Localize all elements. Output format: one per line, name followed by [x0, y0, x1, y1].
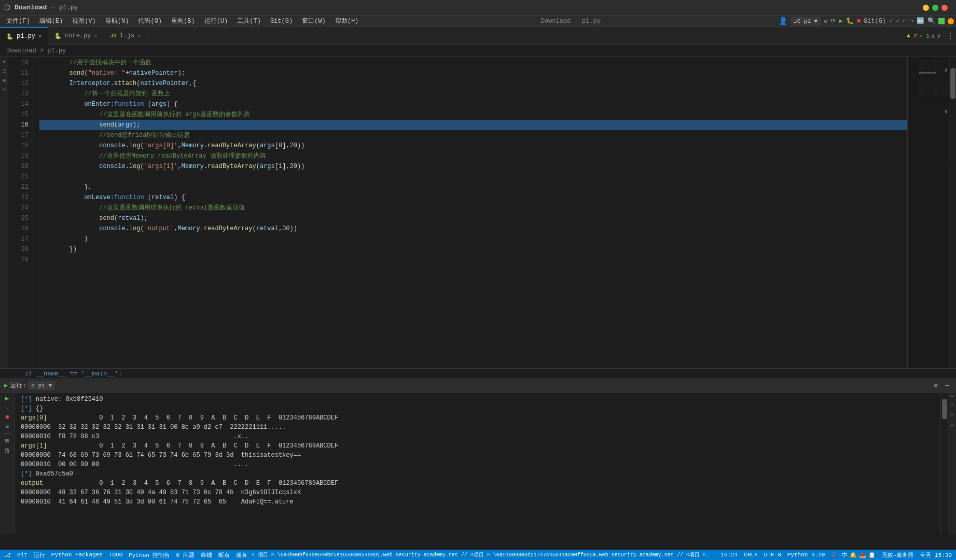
- toolbar-branch[interactable]: ⎇ p1 ▼: [791, 17, 821, 25]
- minimize-button[interactable]: [923, 5, 929, 11]
- corepy-file-icon: 🐍: [54, 33, 62, 39]
- bottom-tool-print-icon[interactable]: ⊠: [5, 437, 9, 445]
- activity-icon-2[interactable]: ☰: [2, 68, 7, 74]
- nav-up-icon[interactable]: ∧: [932, 33, 935, 39]
- scrollbar-thumb[interactable]: [950, 68, 955, 99]
- minimap-scroll-up[interactable]: ∧: [945, 67, 948, 73]
- toolbar-update-icon[interactable]: ⟳: [830, 17, 836, 25]
- bottom-tool-stop-icon[interactable]: ■: [5, 414, 9, 421]
- tab-p1py[interactable]: 🐍 p1.py ✕: [0, 27, 48, 45]
- nav-down-icon[interactable]: ∨: [937, 33, 940, 39]
- statusbar-python-packages[interactable]: Python Packages: [51, 552, 103, 558]
- line-num-24: 24: [8, 203, 29, 213]
- statusbar-git-icon[interactable]: ⎇: [4, 552, 11, 558]
- statusbar-run[interactable]: 运行: [34, 551, 45, 559]
- toolbar-git-icon[interactable]: Git(G): [864, 18, 886, 25]
- close-button[interactable]: [941, 5, 948, 11]
- menu-window[interactable]: 窗口(W): [298, 16, 330, 26]
- line-num-17: 17: [8, 130, 29, 141]
- minimap-scroll-bar[interactable]: —: [945, 160, 948, 166]
- line-num-21: 21: [8, 172, 29, 182]
- statusbar-breakpoints[interactable]: 断点: [218, 551, 230, 559]
- statusbar-breadcrumb: < 项目 > \0a4b00bf04de640bc5e1659c00240091…: [247, 551, 715, 558]
- right-panel-icon-4[interactable]: ◎: [950, 422, 953, 428]
- statusbar-todo[interactable]: TODO: [109, 552, 122, 558]
- run-panel-name[interactable]: ⊙ p1 ▼: [28, 381, 55, 390]
- tab-p1py-close[interactable]: ✕: [38, 33, 41, 39]
- output-line-5: 00000010 f8 78 88 c3 .x..: [21, 432, 934, 441]
- menu-view[interactable]: 视图(V): [68, 16, 100, 26]
- activity-icon-4[interactable]: ⊙: [3, 87, 6, 93]
- code-line-29: [39, 255, 907, 265]
- bottom-tool-list-icon[interactable]: ≡: [5, 423, 9, 430]
- toolbar-refresh-icon[interactable]: ↺: [824, 17, 827, 25]
- editor-and-panel: ◈ ☰ ◉ ⊙ 10 11 12 13 14 15 16 17 18 19 20…: [0, 57, 956, 534]
- code-content[interactable]: //用于查找模块中的一个函数 send("native: "+nativePoi…: [33, 57, 907, 368]
- menu-edit[interactable]: 编辑(E): [35, 16, 67, 26]
- minimap-scroll-down[interactable]: ∨: [945, 108, 948, 115]
- tab-corepy[interactable]: 🐍 core.py ✕: [48, 27, 104, 45]
- menu-run[interactable]: 运行(U): [200, 16, 232, 26]
- toolbar-redo-icon[interactable]: ↪: [910, 17, 913, 25]
- title-center: Download - p1.py: [364, 18, 778, 25]
- statusbar-services[interactable]: 服务: [236, 551, 247, 559]
- activity-icon-3[interactable]: ◉: [3, 77, 6, 83]
- statusbar-line-col[interactable]: 16:24: [721, 552, 738, 558]
- statusbar-time: 今天 15:30: [920, 551, 952, 559]
- run-panel-settings-icon[interactable]: ⚙: [931, 381, 940, 390]
- statusbar-utf8[interactable]: UTF-8: [764, 552, 781, 558]
- menu-refactor[interactable]: 重构(B): [167, 16, 199, 26]
- toolbar-run-icon[interactable]: ▶: [839, 17, 842, 25]
- statusbar-python-version[interactable]: Python 3.10: [787, 552, 825, 558]
- toolbar-translate-icon[interactable]: 🔤: [917, 17, 924, 25]
- output-scrollbar-thumb[interactable]: [942, 399, 947, 419]
- tab-1js-label: 1.js: [120, 32, 135, 39]
- toolbar-debug-icon[interactable]: 🐛: [846, 17, 854, 25]
- statusbar-python-control[interactable]: Python 控制台: [129, 551, 170, 559]
- menu-code[interactable]: 代码(O): [134, 16, 166, 26]
- statusbar-icon-1[interactable]: 中: [842, 551, 848, 559]
- right-panel-icon-1[interactable]: ❯: [949, 395, 955, 398]
- right-panel-icon-3[interactable]: ⊙: [950, 412, 953, 418]
- toolbar-check2-icon[interactable]: ✓: [896, 17, 899, 25]
- statusbar-icon-4[interactable]: 📋: [868, 552, 876, 558]
- toolbar-search-icon[interactable]: 🔍: [927, 17, 935, 25]
- menu-help[interactable]: 帮助(H): [331, 16, 363, 26]
- tab-1js[interactable]: JS 1.js ✕: [104, 27, 148, 45]
- output-scrollbar[interactable]: [940, 393, 948, 534]
- bottom-tool-arrow-icon[interactable]: ↓: [5, 404, 9, 412]
- statusbar-issues[interactable]: 0 问题: [176, 551, 194, 559]
- bottom-output-content: [*] native: 0xb8f25410 [*] {} args[0] 0 …: [15, 393, 940, 534]
- tab-1js-close[interactable]: ✕: [137, 33, 141, 39]
- editor-options: ⋮: [945, 32, 956, 40]
- statusbar-terminal[interactable]: 终端: [201, 551, 212, 559]
- activity-icon-1[interactable]: ◈: [3, 59, 6, 65]
- menu-tools[interactable]: 工具(T): [233, 16, 265, 26]
- toolbar-orange-dot: [948, 18, 954, 24]
- menu-git[interactable]: Git(G): [266, 17, 297, 26]
- toolbar-undo-icon[interactable]: ↩: [903, 17, 907, 25]
- menu-navigate[interactable]: 导航(N): [101, 16, 133, 26]
- run-panel-close-icon[interactable]: —: [943, 381, 952, 390]
- editor-more-icon[interactable]: ⋮: [947, 32, 954, 40]
- line-num-20: 20: [8, 161, 29, 172]
- bottom-panel: ▶ 运行: ⊙ p1 ▼ ⚙ — ▶: [0, 379, 956, 534]
- toolbar-stop-icon[interactable]: ■: [857, 18, 861, 25]
- right-panel-icon-2[interactable]: ≡: [950, 402, 953, 408]
- editor-scrollbar[interactable]: [949, 57, 956, 368]
- statusbar-icon-3[interactable]: 📤: [859, 552, 866, 558]
- tab-corepy-close[interactable]: ✕: [94, 33, 97, 39]
- bottom-layout: ▶ ↓ ■ ≡ ⊠ 🗑 [*] native: 0xb8f25410 [*] {…: [0, 393, 956, 534]
- statusbar-git[interactable]: Git: [17, 552, 27, 558]
- run-panel-dropdown-icon: ▼: [48, 383, 52, 389]
- bottom-tool-run-icon[interactable]: ▶: [5, 395, 9, 402]
- toolbar-check-icon[interactable]: ✓: [889, 17, 893, 25]
- statusbar-crlf[interactable]: CRLF: [744, 552, 757, 558]
- menu-file[interactable]: 文件(F): [2, 16, 34, 26]
- minimap-code: ........................................…: [908, 57, 949, 102]
- code-line-23: onLeave:function (retval) {: [39, 192, 907, 203]
- toolbar-profile-icon[interactable]: 👤: [779, 17, 787, 25]
- maximize-button[interactable]: [932, 5, 938, 11]
- statusbar-icon-2[interactable]: 🔔: [850, 552, 857, 558]
- bottom-tool-bin-icon[interactable]: 🗑: [4, 447, 10, 455]
